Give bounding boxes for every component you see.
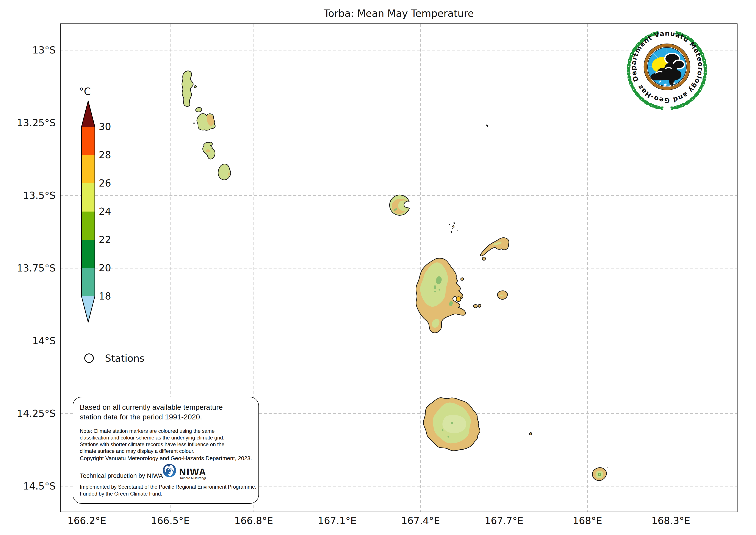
colorbar-tick-label: 24 <box>99 206 111 217</box>
y-tick-label: 13.25°S <box>17 117 56 128</box>
colorbar-band <box>81 127 95 155</box>
colorbar-tick-label: 18 <box>99 291 111 302</box>
colorbar-tick-label: 22 <box>99 234 111 245</box>
y-axis-tick-labels: 13°S13.25°S13.5°S13.75°S14°S14.25°S14.5°… <box>17 44 56 492</box>
y-tick-label: 14.25°S <box>17 408 56 419</box>
x-axis-tick-labels: 166.2°E166.5°E166.8°E167.1°E167.4°E167.7… <box>68 515 690 526</box>
island-hiu <box>182 71 193 106</box>
x-tick-label: 167.7°E <box>485 515 524 526</box>
x-tick-label: 168°E <box>573 515 602 526</box>
islet-rock <box>607 467 608 468</box>
islet-rock <box>486 125 488 127</box>
colorbar-band <box>81 155 95 183</box>
info-note-line: climate surface and may display a differ… <box>80 448 225 455</box>
weather-emblem-icon <box>644 44 690 90</box>
y-tick-label: 13.5°S <box>23 190 56 201</box>
y-tick-label: 13°S <box>32 44 56 56</box>
colorbar-over-arrow <box>81 101 95 127</box>
coast-patch <box>206 150 210 153</box>
x-tick-label: 166.5°E <box>151 515 190 526</box>
reef-islets <box>449 222 458 233</box>
colorbar-tick-label: 26 <box>99 178 111 189</box>
info-box: Based on all currently available tempera… <box>73 397 259 504</box>
colorbar-band <box>81 240 95 268</box>
info-note-line: Note: Climate station markers are colour… <box>80 428 225 435</box>
island-metoma <box>196 107 202 112</box>
islet-rock <box>461 296 462 297</box>
y-tick-label: 13.75°S <box>17 263 56 274</box>
x-tick-label: 167.1°E <box>318 515 357 526</box>
y-tick-label: 14°S <box>32 335 56 347</box>
info-footer: Implemented by Secretariat of the Pacifi… <box>80 484 256 497</box>
colorbar-tick-label: 20 <box>99 262 111 274</box>
colorbar-band <box>81 211 95 240</box>
cone-lowland <box>596 471 603 478</box>
y-tick-label: 14.5°S <box>23 480 56 492</box>
info-heading-line: station data for the period 1991-2020. <box>80 412 223 422</box>
x-tick-label: 167.4°E <box>401 515 440 526</box>
niwa-tagline: Taihoro Nukurangi <box>179 476 206 480</box>
colorbar-under-arrow <box>81 296 95 322</box>
production-text: Technical production by NIWA <box>80 472 163 479</box>
islet-kwakea <box>473 304 477 308</box>
info-note-line: Stations with shorter climate records ha… <box>80 441 225 448</box>
islet <box>461 278 464 280</box>
map-page: Department Vanuatu Meteorology and Geo-H… <box>0 0 756 535</box>
info-footer-line: Implemented by Secretariat of the Pacifi… <box>80 484 256 491</box>
copyright-text: Copyright Vanuatu Meteorology and Geo-Ha… <box>80 455 252 462</box>
island-mota-lava <box>480 238 509 256</box>
info-heading: Based on all currently available tempera… <box>80 402 223 422</box>
islet-rock <box>193 123 195 124</box>
info-note-line: classification and colour scheme as the … <box>80 435 225 441</box>
laurel-leaf <box>681 103 688 105</box>
info-note: Note: Climate station markers are colour… <box>80 428 225 455</box>
x-tick-label: 168.3°E <box>651 515 690 526</box>
islet-leneu <box>478 304 481 307</box>
colorbar-band <box>81 268 95 296</box>
islet-ra <box>482 257 485 260</box>
caldera-plateau <box>442 415 466 433</box>
islet <box>194 86 196 88</box>
page-title: Torba: Mean May Temperature <box>324 8 474 19</box>
ridge-patch <box>500 295 503 296</box>
colorbar: 30282624222018 <box>81 101 111 322</box>
info-footer-line: Funded by the Green Climate Fund. <box>80 491 256 497</box>
colorbar-tick-label: 30 <box>99 121 111 132</box>
island-merig <box>529 433 531 435</box>
x-tick-label: 166.8°E <box>234 515 273 526</box>
laurel-leaf <box>632 83 634 90</box>
info-heading-line: Based on all currently available tempera… <box>80 402 223 412</box>
stations-legend-marker <box>85 354 93 362</box>
station-marker <box>456 297 461 301</box>
colorbar-tick-label: 28 <box>99 149 111 161</box>
x-tick-label: 166.2°E <box>68 515 106 526</box>
colorbar-unit-label: °C <box>79 86 91 97</box>
colorbar-band <box>81 183 95 211</box>
niwa-wordmark: NIWA <box>179 466 206 477</box>
stations-legend-label: Stations <box>105 352 145 364</box>
